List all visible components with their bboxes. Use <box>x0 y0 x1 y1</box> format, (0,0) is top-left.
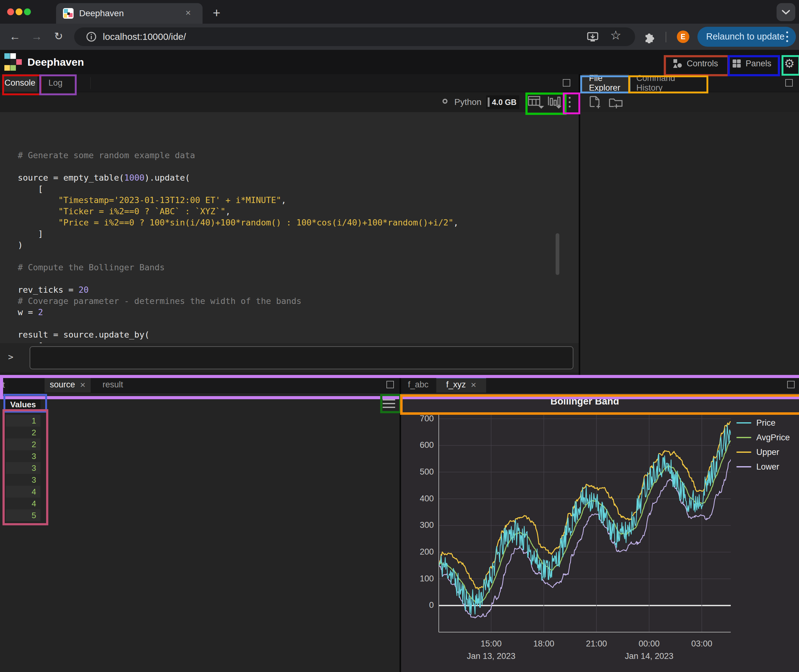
code-line: "Price = i%2==0 ? 100*sin(i/40)+100*rand… <box>18 217 579 228</box>
tab-command-history[interactable]: Command History <box>629 74 706 92</box>
explorer-maximize-icon[interactable] <box>785 79 793 86</box>
y-axis-tick-label: 0 <box>401 600 434 610</box>
chart-maximize-icon[interactable] <box>787 381 795 388</box>
table-body: Values 122333445 <box>0 393 400 672</box>
tab-search-button[interactable] <box>777 3 795 21</box>
new-folder-icon[interactable] <box>609 96 623 109</box>
editor-scrollbar[interactable] <box>556 233 559 275</box>
table-row[interactable]: 2 <box>6 427 40 438</box>
tab-divider <box>90 77 91 89</box>
code-line <box>18 318 579 329</box>
console-panel: Console Log Python 4.0 GB <box>0 74 579 377</box>
column-header-values[interactable]: Values <box>6 397 40 412</box>
open-table-icon[interactable] <box>528 96 546 109</box>
table-row[interactable]: 2 <box>6 438 40 450</box>
tab-close-icon[interactable]: × <box>185 8 191 18</box>
legend-item[interactable]: Upper <box>736 446 779 458</box>
table-row[interactable]: 3 <box>6 450 40 462</box>
code-line: # Compute the Bollinger Bands <box>18 262 579 273</box>
open-chart-icon[interactable] <box>547 96 563 109</box>
browser-toolbar: ← → ↻ localhost:10000/ide/ ☆ E Relaunch … <box>0 24 799 50</box>
memory-usage-bar <box>488 98 489 107</box>
bollinger-chart[interactable]: 010020030040050060070015:00Jan 13, 20231… <box>401 410 799 672</box>
tab-log[interactable]: Log <box>38 74 73 92</box>
table-menu-icon[interactable] <box>383 397 395 410</box>
extensions-icon[interactable] <box>643 30 656 43</box>
x-axis-tick-label: 18:00 <box>519 639 569 649</box>
table-row[interactable]: 4 <box>6 498 40 509</box>
code-line: "Timestamp='2023-01-13T12:00 ET' + i*MIN… <box>18 195 579 206</box>
new-file-icon[interactable] <box>589 96 601 109</box>
toolbar-divider <box>666 32 666 42</box>
legend-label: AvgPrice <box>756 433 790 443</box>
tab-source-close-icon[interactable]: × <box>80 380 86 390</box>
console-toolbar: Python 4.0 GB <box>0 92 579 112</box>
tab-result[interactable]: result <box>91 377 134 393</box>
close-window-button[interactable] <box>7 8 14 15</box>
legend-item[interactable]: Lower <box>736 461 779 473</box>
controls-label: Controls <box>687 59 718 69</box>
back-button[interactable]: ← <box>8 30 22 43</box>
code-line: # Coverage parameter - determines the wi… <box>18 296 579 307</box>
legend-item[interactable]: Price <box>736 417 776 429</box>
table-row[interactable]: 4 <box>6 486 40 498</box>
explorer-tabbar: File Explorer Command History <box>580 74 799 92</box>
console-maximize-icon[interactable] <box>563 79 570 86</box>
code-line: rev_ticks = 20 <box>18 284 579 296</box>
table-row[interactable]: 1 <box>6 415 40 427</box>
code-line: w = 2 <box>18 307 579 318</box>
settings-gear-icon[interactable]: ⚙ <box>782 55 796 72</box>
table-stack: t source × result Values 122333445 <box>0 377 400 672</box>
new-tab-button[interactable]: + <box>209 6 224 21</box>
forward-button[interactable]: → <box>30 30 43 43</box>
tab-file-explorer[interactable]: File Explorer <box>582 74 629 92</box>
code-line <box>18 161 579 172</box>
x-axis-date-label: Jan 14, 2023 <box>609 651 690 661</box>
site-info-icon[interactable] <box>86 32 96 42</box>
minimize-window-button[interactable] <box>16 8 22 15</box>
console-input[interactable] <box>30 346 573 369</box>
tab-console[interactable]: Console <box>3 74 37 92</box>
tab-f-abc[interactable]: f_abc <box>401 377 435 393</box>
table-tabbar: t source × result <box>0 377 400 393</box>
console-overflow-menu-icon[interactable] <box>566 95 573 109</box>
legend-item[interactable]: AvgPrice <box>736 431 790 444</box>
x-axis-tick-label: 00:00 <box>624 639 674 649</box>
app-header: Deephaven Controls Panels ⚙ <box>0 50 799 74</box>
table-row[interactable]: 5 <box>6 509 40 521</box>
table-maximize-icon[interactable] <box>387 381 394 388</box>
controls-button[interactable]: Controls <box>666 55 725 72</box>
tab-source[interactable]: source × <box>45 377 91 393</box>
y-axis-tick-label: 700 <box>401 414 434 424</box>
tab-truncated[interactable]: t <box>0 377 10 393</box>
profile-avatar[interactable]: E <box>677 30 689 43</box>
table-row[interactable]: 3 <box>6 474 40 486</box>
y-axis-tick-label: 400 <box>401 494 434 504</box>
code-line <box>18 273 579 284</box>
install-app-icon[interactable] <box>587 32 598 43</box>
chart-tabbar: f_abc f_xyz × <box>401 377 799 393</box>
x-axis-tick-label: 21:00 <box>571 639 621 649</box>
code-line: ) <box>18 240 579 251</box>
browser-menu-icon[interactable] <box>784 30 790 43</box>
address-bar[interactable]: localhost:10000/ide/ ☆ <box>74 27 635 46</box>
code-editor[interactable]: # Generate some random example datasourc… <box>0 112 579 343</box>
chart-title-bar: Bollinger Band <box>401 393 799 410</box>
y-axis-tick-label: 300 <box>401 520 434 530</box>
legend-swatch <box>736 422 751 424</box>
panels-button[interactable]: Panels <box>728 55 775 72</box>
x-axis-date-label: Jan 13, 2023 <box>451 651 532 661</box>
table-row[interactable]: 3 <box>6 462 40 474</box>
reload-button[interactable]: ↻ <box>52 30 66 42</box>
zoom-window-button[interactable] <box>24 8 31 15</box>
explorer-toolbar <box>580 92 799 112</box>
x-axis-tick-label: 15:00 <box>466 639 516 649</box>
legend-swatch <box>736 451 751 453</box>
tab-f-xyz[interactable]: f_xyz × <box>436 377 486 393</box>
tab-f-xyz-close-icon[interactable]: × <box>471 380 477 390</box>
browser-tab[interactable]: Deephaven × <box>56 3 202 24</box>
legend-swatch <box>736 437 751 438</box>
legend-swatch <box>736 466 751 467</box>
relaunch-to-update-button[interactable]: Relaunch to update <box>698 27 796 47</box>
bookmark-star-icon[interactable]: ☆ <box>610 28 621 42</box>
